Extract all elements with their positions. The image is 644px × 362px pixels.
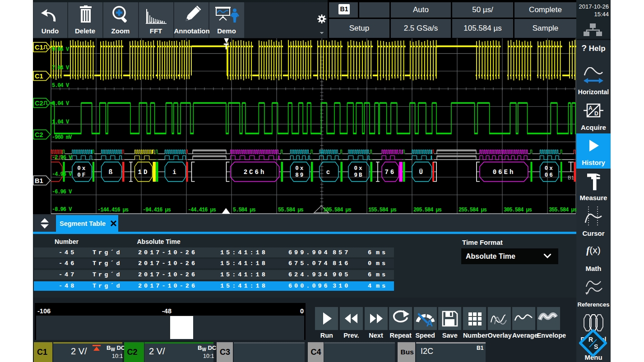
svg-text:c: c [326, 169, 332, 176]
svg-text:3.04 V: 3.04 V [52, 101, 69, 107]
svg-text:B1: B1 [35, 177, 43, 184]
svg-text:S: S [594, 343, 598, 350]
svg-text:5.584 µs: 5.584 µs [233, 207, 255, 213]
svg-text:-960 mV: -960 mV [52, 134, 72, 141]
svg-text:355.584 µs: 355.584 µs [549, 207, 576, 213]
svg-text:105.584 µs: 105.584 µs [323, 207, 352, 213]
svg-text:C2: C2 [35, 131, 43, 138]
svg-text:-94.416 µs: -94.416 µs [143, 207, 171, 213]
svg-text:1.04 V: 1.04 V [52, 119, 69, 125]
svg-text:C1: C1 [35, 44, 43, 51]
svg-text:0x: 0x [354, 165, 363, 172]
svg-text:0F: 0F [77, 172, 87, 179]
svg-text:205.584 µs: 205.584 µs [413, 207, 442, 213]
svg-text:C1: C1 [35, 73, 43, 80]
svg-text:06: 06 [545, 172, 554, 179]
svg-text:-8.96 V: -8.96 V [52, 206, 72, 213]
svg-text:1D: 1D [138, 169, 149, 176]
svg-text:D: D [594, 110, 598, 117]
svg-text:06Eh: 06Eh [493, 169, 515, 176]
svg-text:A: A [426, 318, 433, 328]
svg-text:-4.96 V: -4.96 V [52, 171, 72, 178]
svg-text:305.584 µs: 305.584 µs [504, 207, 532, 213]
svg-text:B1: B1 [568, 175, 574, 180]
svg-text:ß: ß [109, 169, 114, 176]
svg-text:0x: 0x [545, 165, 554, 172]
svg-text:-6.96 V: -6.96 V [52, 189, 72, 195]
svg-text:A: A [588, 105, 593, 111]
svg-text:R: R [588, 336, 593, 343]
svg-text:0x: 0x [295, 165, 305, 172]
svg-text:55.584 µs: 55.584 µs [278, 207, 304, 213]
svg-text:89: 89 [295, 172, 305, 179]
svg-text:9.04 V: 9.04 V [52, 46, 69, 53]
svg-text:-2.96 V: -2.96 V [52, 155, 72, 161]
svg-text:2C6h: 2C6h [244, 169, 266, 176]
svg-text:i: i [172, 169, 178, 176]
svg-text:255.584 µs: 255.584 µs [459, 207, 487, 213]
svg-text:-144.416 µs: -144.416 µs [97, 207, 129, 213]
svg-text:Ü: Ü [419, 169, 425, 176]
svg-text:7.04 V: 7.04 V [52, 65, 69, 71]
svg-text:155.584 µs: 155.584 µs [368, 207, 397, 213]
svg-text:9B: 9B [354, 172, 363, 179]
svg-text:5.04 V: 5.04 V [52, 82, 69, 89]
svg-text:76: 76 [385, 169, 396, 176]
svg-text:C2: C2 [35, 100, 43, 107]
svg-text:-44.416 µs: -44.416 µs [188, 207, 216, 213]
svg-text:0x: 0x [77, 165, 87, 172]
